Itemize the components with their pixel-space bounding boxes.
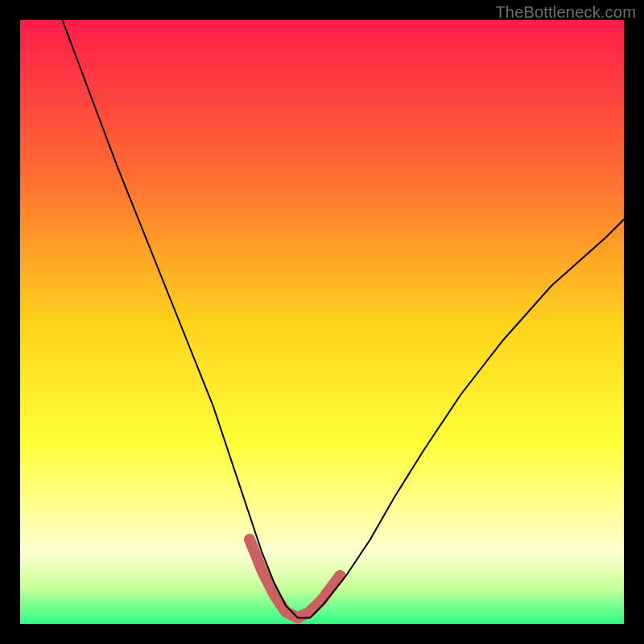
gradient-background	[20, 20, 624, 624]
chart-frame: TheBottleneck.com	[0, 0, 644, 644]
watermark-text: TheBottleneck.com	[495, 3, 636, 22]
plot-area	[20, 20, 624, 624]
chart-svg	[20, 20, 624, 624]
